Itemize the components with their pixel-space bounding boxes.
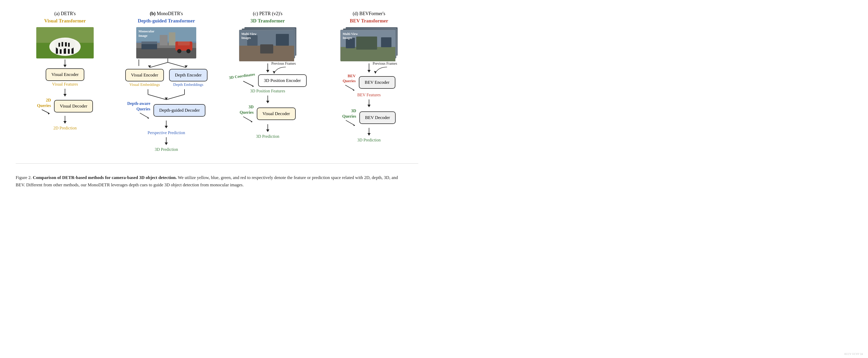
img-front-d: Multi-ViewImages (340, 30, 395, 61)
img-front-c: Multi-ViewImages (239, 30, 294, 61)
arrow-b4 (165, 137, 168, 145)
encoder-row-d: BEVQueries BEV Encoder (343, 73, 395, 92)
multiview-label-d: Multi-ViewImages (343, 32, 358, 40)
svg-rect-47 (260, 44, 273, 54)
arrow-b3 (165, 121, 168, 128)
diagram-title-d: (d) BEVFormer's BEV Transformer (350, 10, 388, 25)
queries-label-a: 2DQueries (37, 98, 51, 108)
svg-line-31 (150, 62, 168, 68)
diag-arrow-c (242, 80, 255, 88)
prediction-a: 2D Prediction (53, 126, 76, 130)
depth-embeddings-b: Depth Embeddings (173, 83, 203, 87)
arrow-d2 (368, 99, 371, 107)
caption-bold: Comparison of DETR-based methods for cam… (32, 175, 177, 180)
prediction-d: 3D Prediction (357, 138, 380, 142)
arrow-a1 (63, 60, 66, 67)
image-a (36, 27, 94, 59)
box-depth-guided-decoder-b: Depth-guided Decoder (153, 104, 206, 117)
svg-rect-12 (65, 42, 67, 46)
diagram-col-d: (d) BEVFormer's BEV Transformer M (320, 10, 418, 143)
main-figure: (a) DETR's Visual Transformer (16, 10, 418, 188)
box-bev-decoder-d: BEV Decoder (359, 111, 396, 124)
decoder-row-d: 3DQueries BEV Decoder (342, 108, 396, 127)
svg-rect-56 (356, 36, 377, 50)
subtitle-d: BEV Transformer (350, 18, 388, 25)
diagram-col-c: (c) PETR (v2)'s 3D Transformer Mu (218, 10, 317, 140)
perspective-prediction-b: Perspective Prediction (148, 130, 185, 135)
svg-point-26 (186, 49, 190, 53)
position-features-c: 3D Position Features (250, 89, 285, 93)
caption: Figure 2. Comparison of DETR-based metho… (16, 174, 407, 188)
feature-label-a: Visual Features (52, 82, 78, 87)
arrow-d1 (368, 63, 371, 72)
separator (16, 163, 418, 164)
box-bev-encoder-d: BEV Encoder (359, 76, 395, 89)
decoder-row-c: 3DQueries Visual Decoder (240, 104, 296, 123)
arrow-c1 (266, 63, 269, 72)
svg-rect-29 (169, 32, 175, 45)
subtitle-a: Visual Transformer (44, 18, 86, 25)
queries-label-d: 3DQueries (342, 108, 356, 119)
svg-rect-11 (62, 42, 63, 46)
letter-a: (a) DETR's (54, 11, 76, 16)
diagram-col-b: (b) MonoDETR's Depth-guided Transformer (117, 10, 216, 153)
svg-line-37 (148, 94, 166, 100)
svg-line-38 (166, 94, 185, 100)
diagram-title-b: (b) MonoDETR's Depth-guided Transformer (138, 10, 195, 25)
b-encoders-row: Visual Encoder Visual Embeddings Depth E… (125, 69, 208, 88)
bev-queries-label-d: BEVQueries (343, 73, 356, 84)
box-visual-encoder-b: Visual Encoder (125, 69, 164, 82)
svg-point-15 (67, 40, 69, 42)
letter-d: (d) BEVFormer's (353, 11, 385, 16)
arrow-d3 (368, 128, 371, 136)
svg-marker-50 (252, 85, 254, 87)
diag-arrow-c2 (242, 115, 254, 123)
box-depth-encoder-b: Depth Encoder (169, 69, 207, 82)
bev-features-d: BEV Features (357, 93, 381, 97)
multiview-label-c: Multi-ViewImages (241, 32, 256, 40)
merge-bracket-b (130, 88, 203, 101)
box-visual-decoder-c: Visual Decoder (257, 107, 296, 120)
decoder-row-a: 2DQueries Visual Decoder (37, 98, 93, 115)
stacked-images-d: Multi-ViewImages (340, 27, 398, 61)
visual-embeddings-b: Visual Embeddings (129, 83, 160, 87)
stacked-images-c: Multi-ViewImages (239, 27, 297, 61)
arrow-c2 (266, 96, 269, 103)
b-visual-col: Visual Encoder Visual Embeddings (125, 69, 164, 88)
zebra-svg (36, 27, 94, 59)
diagram-col-a: (a) DETR's Visual Transformer (16, 10, 114, 131)
fork-svg-b (142, 59, 194, 69)
diagrams-row: (a) DETR's Visual Transformer (16, 10, 418, 153)
svg-point-25 (177, 49, 181, 53)
diag-arrow-a (40, 108, 51, 115)
svg-marker-63 (353, 124, 355, 126)
queries-label-b: Depth-awareQueries (127, 101, 150, 112)
diag-arrow-d2 (344, 119, 356, 127)
letter-b: (b) MonoDETR's (150, 11, 183, 16)
encoder-row-c: 3D Coordinates 3D Position Encoder (229, 73, 307, 88)
svg-rect-28 (160, 35, 167, 45)
box-visual-decoder-a: Visual Decoder (54, 100, 93, 112)
arrow-a2 (63, 89, 66, 97)
svg-marker-61 (352, 89, 354, 91)
svg-line-32 (168, 62, 186, 68)
subtitle-c: 3D Transformer (251, 18, 285, 25)
svg-marker-59 (374, 71, 377, 73)
svg-marker-41 (147, 117, 149, 119)
box-visual-encoder-a: Visual Encoder (46, 68, 84, 81)
diag-arrow-d (344, 84, 356, 92)
prediction-b: 3D Prediction (155, 147, 178, 152)
decoder-row-b: Depth-awareQueries Depth-guided Decoder (127, 101, 206, 120)
arrow-a3 (63, 116, 66, 124)
svg-marker-48 (273, 71, 275, 73)
prediction-c: 3D Prediction (256, 134, 279, 139)
queries-label-c: 3DQueries (240, 104, 253, 115)
d-prev-frames-area: Previous Frames (320, 62, 418, 73)
image-b: MonocularImage (136, 27, 196, 59)
c-prev-frames-area: Previous Frames (218, 62, 317, 73)
arrow-b1-left (138, 60, 139, 66)
diagram-title-a: (a) DETR's Visual Transformer (44, 10, 86, 25)
svg-rect-46 (276, 34, 289, 46)
svg-marker-52 (250, 120, 252, 122)
svg-rect-10 (58, 43, 60, 47)
